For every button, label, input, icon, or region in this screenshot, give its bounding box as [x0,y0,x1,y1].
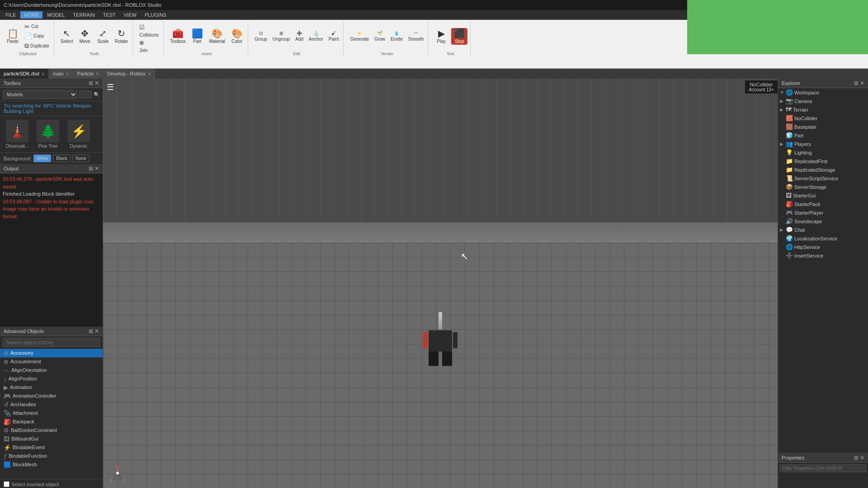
explorer-starterplayer[interactable]: 🎮 StarterPlayer [778,208,868,217]
erode-btn[interactable]: 💧 Erode [389,30,405,42]
suggestion-building[interactable]: Building [4,108,21,114]
explorer-insertservice[interactable]: ➕ InsertService [778,251,868,260]
output-pin-btn[interactable]: ⊞ [89,165,93,172]
adv-item-bindablefunction[interactable]: ƒ BindableFunction [0,452,103,460]
adv-item-accoutrement[interactable]: ⊕ Accoutrement [0,357,103,366]
properties-filter-input[interactable] [780,465,866,472]
smooth-btn[interactable]: 〰 Smooth [406,30,425,42]
generate-btn[interactable]: ⚡ Generate [348,30,371,42]
properties-close-btn[interactable]: ✕ [860,455,864,461]
color-btn[interactable]: 🎨 Color [229,28,245,45]
material-btn[interactable]: 🎨 Material [207,28,227,45]
adv-item-attachment[interactable]: 📎 Attachment [0,409,103,418]
toolbox-item-0[interactable]: 🗼 Observati... [4,120,31,149]
toolbox-search-input[interactable] [79,90,92,99]
scale-btn[interactable]: ⤢ Scale [95,28,111,45]
toolbox-btn[interactable]: 🧰 Toolbox [168,28,187,45]
move-btn[interactable]: ✥ Move [77,28,93,45]
toolbox-pin-btn[interactable]: ⊞ [89,80,93,86]
output-close-btn[interactable]: ✕ [94,165,99,172]
hamburger-menu-btn[interactable]: ☰ [107,82,114,92]
explorer-workspace[interactable]: ▼ 🌐 Workspace [778,88,868,97]
menu-test[interactable]: TEST [99,11,119,19]
adv-item-backpack[interactable]: 🎒 Backpack [0,418,103,426]
explorer-serverstorage[interactable]: 📦 ServerStorage [778,183,868,191]
suggestion-weapon[interactable]: Weapon [73,103,91,108]
cut-btn[interactable]: ✂ Cut [23,22,51,31]
explorer-chat[interactable]: ▶ 💬 Chat [778,225,868,234]
select-inserted-checkbox[interactable] [4,481,9,487]
explorer-startergui[interactable]: 🖼 StarterGui [778,191,868,200]
viewport[interactable]: ↖ ☰ NoCollider Account 13+ Y X Z [103,79,778,488]
explorer-baseplate[interactable]: 🟫 Baseplate [778,122,868,131]
part-btn[interactable]: 🟦 Part [189,28,205,45]
copy-btn[interactable]: 📄 Copy [23,32,51,41]
explorer-camera[interactable]: ▶ 📷 Camera [778,97,868,105]
explorer-replicatedstorage[interactable]: 📁 ReplicatedStorage [778,165,868,174]
anchor-btn[interactable]: ⚓ Anchor [307,30,325,42]
adv-item-blockmesh[interactable]: 🟦 BlockMesh [0,460,103,469]
adv-item-billboardgui[interactable]: 🖼 BillboardGui [0,435,103,443]
doc-tab-close-3[interactable]: ✕ [147,71,151,76]
menu-home[interactable]: HOME [20,11,42,19]
explorer-soundscape[interactable]: 🔊 Soundscape [778,217,868,225]
explorer-pin-btn[interactable]: ⊞ [854,80,859,86]
duplicate-btn[interactable]: ⧉ Duplicate [23,41,51,51]
menu-terrain[interactable]: TERRAIN [69,11,98,19]
properties-pin-btn[interactable]: ⊞ [854,455,859,461]
suggestion-light[interactable]: Light [23,108,33,114]
ungroup-btn[interactable]: ⊞ Ungroup [271,30,292,42]
doc-tab-close-2[interactable]: ✕ [95,71,99,76]
explorer-close-btn[interactable]: ✕ [860,80,864,86]
bg-white-btn[interactable]: White [33,155,52,162]
add-btn[interactable]: ➕ Add [293,30,305,42]
adv-item-animationcontroller[interactable]: 🎮 AnimationController [0,392,103,400]
collisions-btn[interactable]: ☑ Collisions ⊕ Join [137,23,160,54]
suggestion-vehicle[interactable]: Vehicle [56,103,71,108]
adv-item-alignposition[interactable]: ↕ AlignPosition [0,375,103,383]
menu-file[interactable]: FILE [2,11,19,19]
play-btn[interactable]: ▶ Play [433,28,449,45]
menu-plugins[interactable]: PLUGINS [141,11,170,19]
adv-item-archandles[interactable]: ↺ ArcHandles [0,400,103,409]
select-btn[interactable]: ↖ Select [59,28,75,45]
toolbox-dropdown[interactable]: Models Decals Audio [3,90,77,99]
doc-tab-close-1[interactable]: ✕ [66,71,69,76]
grow-btn[interactable]: 🌱 Grow [373,30,387,42]
toolbox-item-1[interactable]: 🌲 Pine Tree [34,120,61,149]
menu-model[interactable]: MODEL [43,11,68,19]
adv-item-ballsocketconstraint[interactable]: ⚙ BallSocketConstraint [0,426,103,435]
explorer-players[interactable]: ▶ 👥 Players [778,140,868,148]
bg-black-btn[interactable]: Black [53,155,70,162]
adv-item-accessory[interactable]: ⊕ Accessory [0,349,103,357]
advanced-search-input[interactable] [3,338,100,347]
doc-tab-0[interactable]: particleSDK.rbxl ✕ [0,69,49,79]
toolbox-search-icon[interactable]: 🔍 [94,92,100,98]
paint-btn[interactable]: 🖌 Paint [327,30,341,42]
adv-item-alignorientation[interactable]: ↔ AlignOrientation [0,366,103,375]
explorer-terrain[interactable]: ▶ 🗺 Terrain [778,105,868,114]
explorer-httpservice[interactable]: 🌐 HttpService [778,243,868,251]
explorer-localizationservice[interactable]: 🌍 LocalizationService [778,234,868,243]
doc-tab-close-0[interactable]: ✕ [41,71,45,76]
toolbox-item-2[interactable]: ⚡ Dynamic [65,120,92,149]
stop-btn[interactable]: ⬛ Stop [451,28,467,45]
group-btn[interactable]: ⊡ Group [253,30,269,42]
explorer-nocollider[interactable]: 🧱 NoCollider [778,114,868,122]
explorer-replicatedfirst[interactable]: 📁 ReplicatedFirst [778,157,868,165]
explorer-part[interactable]: 🧊 Part [778,131,868,140]
advanced-close-btn[interactable]: ✕ [94,328,99,334]
explorer-starterpack[interactable]: 🎒 StarterPack [778,200,868,208]
advanced-pin-btn[interactable]: ⊞ [89,328,93,334]
paste-btn[interactable]: 📋 Paste [5,28,21,45]
doc-tab-1[interactable]: main ✕ [49,69,73,79]
toolbox-close-btn[interactable]: ✕ [94,80,99,86]
adv-item-animation[interactable]: ▶ Animation [0,383,103,392]
menu-view[interactable]: VIEW [120,11,140,19]
explorer-lighting[interactable]: 💡 Lighting [778,148,868,157]
adv-item-bindableevent[interactable]: ⚡ BindableEvent [0,443,103,452]
explorer-serverscriptservice[interactable]: 📜 ServerScriptService [778,174,868,183]
bg-none-btn[interactable]: None [72,155,90,162]
doc-tab-3[interactable]: Develop - Roblox ✕ [104,69,155,79]
doc-tab-2[interactable]: Particle ✕ [74,69,104,79]
